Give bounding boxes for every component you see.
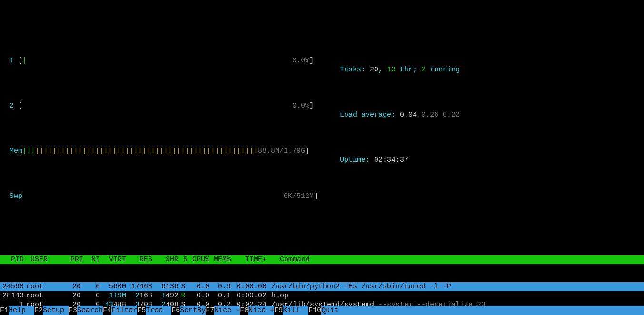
swp-bar: [ 0K/512M] — [18, 192, 318, 201]
flabel-F10[interactable]: Quit — [321, 306, 347, 315]
swp-label: Swp — [0, 192, 18, 201]
mem-label: Mem — [0, 147, 18, 174]
uptime-line: Uptime: 02:34:37 — [314, 147, 644, 174]
flabel-F2[interactable]: Setup — [43, 306, 69, 315]
flabel-F3[interactable]: Search — [77, 306, 103, 315]
cpu2-bar: [ 0.0%] — [18, 101, 314, 128]
mem-bar: [|||||||||||||||||||||||||||||||||||||||… — [18, 147, 309, 174]
flabel-F4[interactable]: Filter — [111, 306, 137, 315]
flabel-F8[interactable]: Nice + — [248, 306, 274, 315]
fkey-F3[interactable]: F3 — [69, 306, 77, 315]
fkey-F2[interactable]: F2 — [34, 306, 43, 315]
cpu2-label: 2 — [0, 101, 18, 128]
footer-bar[interactable]: F1Help F2Setup F3SearchF4FilterF5Tree F6… — [0, 306, 644, 315]
cpu1-label: 1 — [0, 56, 18, 83]
fkey-F8[interactable]: F8 — [240, 306, 248, 315]
flabel-F9[interactable]: Kill — [283, 306, 308, 315]
process-row[interactable]: 24598root200560M174686136S0.00.90:00.08/… — [0, 282, 644, 291]
load-line: Load average: 0.04 0.26 0.22 — [314, 101, 644, 128]
fkey-F5[interactable]: F5 — [137, 306, 146, 315]
fkey-F9[interactable]: F9 — [274, 306, 283, 315]
meters-panel: 1 [| 0.0%] Tasks: 20, 13 thr; 2 running … — [0, 36, 644, 210]
flabel-F7[interactable]: Nice - — [214, 306, 240, 315]
cpu1-bar: [| 0.0%] — [18, 56, 314, 83]
column-header[interactable]: PID USER PRI NI VIRT RES SHR S CPU% MEM%… — [0, 255, 644, 264]
flabel-F5[interactable]: Tree — [146, 306, 171, 315]
fkey-F7[interactable]: F7 — [206, 306, 214, 315]
fkey-F6[interactable]: F6 — [171, 306, 180, 315]
flabel-F1[interactable]: Help — [9, 306, 34, 315]
fkey-F10[interactable]: F10 — [308, 306, 321, 315]
flabel-F6[interactable]: SortBy — [180, 306, 206, 315]
process-row[interactable]: 28143root200119M21681492R0.00.10:00.02ht… — [0, 291, 644, 300]
fkey-F1[interactable]: F1 — [0, 306, 9, 315]
fkey-F4[interactable]: F4 — [103, 306, 111, 315]
tasks-line: Tasks: 20, 13 thr; 2 running — [314, 56, 644, 83]
